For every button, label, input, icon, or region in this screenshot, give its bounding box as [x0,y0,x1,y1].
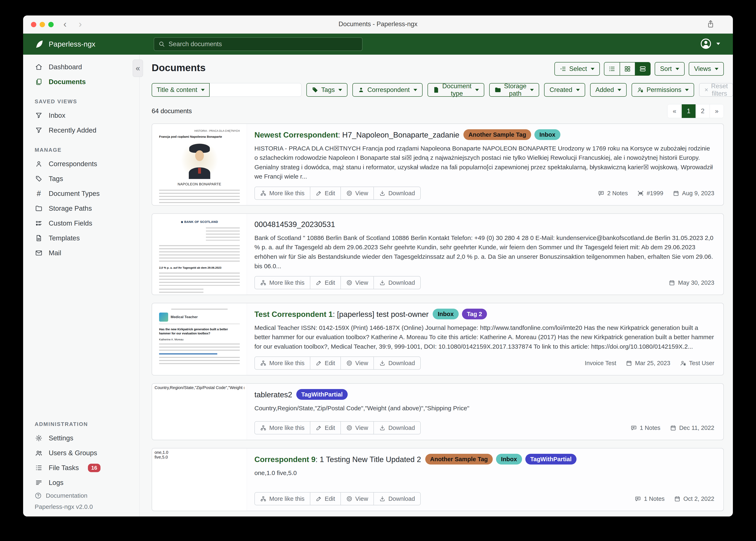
sidebar-item-recently-added[interactable]: Recently Added [23,123,139,138]
caret-down-icon [576,89,580,91]
filter-tags-button[interactable]: Tags [306,83,347,97]
more-like-this-button[interactable]: More like this [255,493,310,505]
filter-permissions-button[interactable]: Permissions [632,83,694,97]
document-thumbnail[interactable]: HISTORIA - PRACA DLA CHĘTNYCHFrancja pod… [152,124,247,205]
document-title-link[interactable]: 0004814539_20230531 [254,220,335,229]
download-button[interactable]: Download [373,422,420,434]
user-menu-button[interactable] [700,38,720,50]
document-thumbnail[interactable]: Country,Region/State,"Zip/Postal Code","… [152,384,247,440]
sidebar-item-dashboard[interactable]: Dashboard [23,60,139,74]
document-tags: TagWithPartial [296,389,348,400]
pagination-next[interactable]: » [710,104,724,118]
download-button[interactable]: Download [373,187,420,199]
sort-button[interactable]: Sort [655,62,685,76]
filter-correspondent-button[interactable]: Correspondent [352,83,422,97]
edit-button[interactable]: Edit [310,276,340,289]
document-actions: More like thisEditViewDownload [254,492,421,505]
filter-document-type-button[interactable]: Document type [428,83,484,97]
document-thumbnail[interactable]: one,1.0five,5.0 [152,448,247,511]
view-button[interactable]: View [340,493,373,505]
more-like-this-button[interactable]: More like this [255,187,310,199]
view-button[interactable]: View [340,422,373,434]
reset-filters-button[interactable]: × Reset filters [699,83,733,97]
pagination-page-1[interactable]: 1 [682,104,696,118]
doc-filled-icon [433,87,439,93]
more-like-this-button[interactable]: More like this [255,357,310,369]
sidebar-item-tags[interactable]: Tags [23,171,139,186]
filter-added-button[interactable]: Added [590,83,627,97]
sidebar-item-settings[interactable]: Settings [23,431,139,445]
edit-button[interactable]: Edit [310,357,340,369]
filter-storage-path-button[interactable]: Storage path [489,83,539,97]
list-view-button[interactable] [604,63,620,75]
sidebar-item-mail[interactable]: Mail [23,246,139,261]
sidebar-item-storage-paths[interactable]: Storage Paths [23,201,139,216]
pagination-page-2[interactable]: 2 [696,104,710,118]
tag-chip-inbox[interactable]: Inbox [433,308,458,319]
views-button[interactable]: Views [689,62,724,76]
search-input[interactable] [169,40,358,48]
pencil-icon [316,425,322,431]
tag-chip-another-sample-tag[interactable]: Another Sample Tag [463,129,531,140]
download-button[interactable]: Download [373,493,420,505]
download-icon [379,425,385,431]
sidebar-item-inbox[interactable]: Inbox [23,108,139,123]
download-icon [379,360,385,366]
select-button[interactable]: Select [554,62,600,76]
document-title: Test Correspondent 1: [paperless] test p… [254,308,714,320]
detail-view-button[interactable] [635,63,650,75]
search-field-selector[interactable]: Title & content [152,83,210,97]
documentation-link[interactable]: Documentation [35,492,139,499]
document-card: Medical TeacherHas the new Kirkpatrick g… [152,303,724,375]
document-actions: More like thisEditViewDownload [254,356,421,370]
eye-icon [346,190,352,196]
view-button[interactable]: View [340,187,373,199]
grid-view-button[interactable] [620,63,635,75]
document-title-link[interactable]: tablerates2 [254,390,292,399]
more-like-this-button[interactable]: More like this [255,422,310,434]
sidebar-item-custom-fields[interactable]: Custom Fields [23,216,139,231]
edit-button[interactable]: Edit [310,187,340,199]
sidebar-item-file-tasks[interactable]: File Tasks16 [23,460,139,475]
edit-button[interactable]: Edit [310,493,340,505]
sitemap-icon [260,279,266,286]
correspondent-link[interactable]: Newest Correspondent [254,131,338,139]
tag-chip-tag-2[interactable]: Tag 2 [462,308,487,319]
sidebar-item-users-groups[interactable]: Users & Groups [23,445,139,460]
edit-button[interactable]: Edit [310,422,340,434]
tag-chip-inbox[interactable]: Inbox [534,129,560,140]
tag-chip-another-sample-tag[interactable]: Another Sample Tag [425,454,493,464]
more-like-this-button[interactable]: More like this [255,276,310,289]
pagination-prev[interactable]: « [667,104,682,118]
correspondent-link[interactable]: Test Correspondent 1 [254,310,333,318]
view-button[interactable]: View [340,276,373,289]
sidebar-item-documents[interactable]: Documents [23,74,139,89]
tag-chip-tagwithpartial[interactable]: TagWithPartial [296,389,348,400]
filter-created-button[interactable]: Created [544,83,585,97]
sidebar-item-templates[interactable]: Templates [23,231,139,246]
title-content-filter-input[interactable] [210,83,301,97]
sidebar-item-correspondents[interactable]: Correspondents [23,157,139,171]
sidebar-item-label: Recently Added [49,126,96,134]
document-title-link[interactable]: 1 Testing New Title Updated 2 [320,455,421,464]
document-thumbnail[interactable]: ◆ BANK OF SCOTLAND2,0 % p. a. auf Ihr Ta… [152,214,247,294]
paperless-logo-icon [35,39,44,49]
caret-down-icon [715,68,718,70]
documents-icon [35,78,43,86]
sidebar-item-logs[interactable]: Logs [23,475,139,490]
view-button[interactable]: View [340,357,373,369]
share-icon[interactable] [706,20,715,30]
person-icon [35,160,43,168]
download-button[interactable]: Download [373,357,420,369]
app-brand[interactable]: Paperless-ngx [35,34,95,55]
document-thumbnail[interactable]: Medical TeacherHas the new Kirkpatrick g… [152,303,247,375]
sidebar-item-label: Inbox [49,112,65,119]
correspondent-link[interactable]: Correspondent 9 [254,455,315,464]
sidebar-item-document-types[interactable]: #Document Types [23,186,139,201]
download-button[interactable]: Download [373,276,420,289]
sidebar-collapse-button[interactable]: « [133,60,143,77]
tag-chip-tagwithpartial[interactable]: TagWithPartial [525,454,577,464]
document-title-link[interactable]: H7_Napoleon_Bonaparte_zadanie [342,131,460,139]
tag-chip-inbox[interactable]: Inbox [496,454,522,464]
document-title-link[interactable]: [paperless] test post-owner [337,310,429,318]
